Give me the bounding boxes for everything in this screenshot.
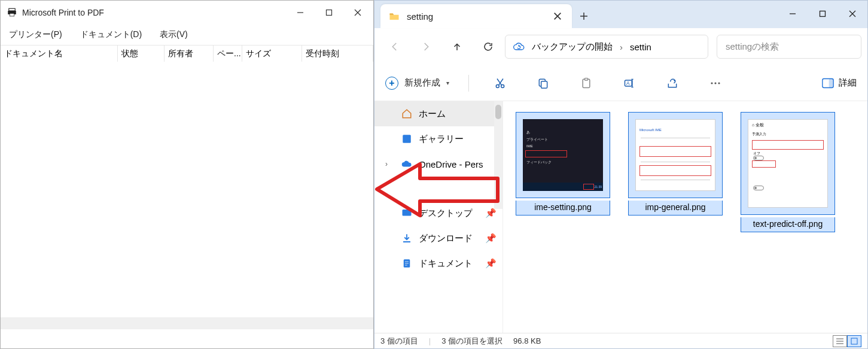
onedrive-icon [401,160,413,168]
menu-document[interactable]: ドキュメント(D) [77,28,145,41]
breadcrumb-chevron-icon[interactable]: › [620,42,623,52]
more-button[interactable] [703,71,727,95]
nav-up-button[interactable] [443,35,471,59]
status-item-count: 3 個の項目 [380,336,418,347]
svg-rect-28 [403,135,411,143]
nav-home[interactable]: ホーム [374,101,502,126]
scrollbar[interactable] [494,101,502,209]
search-input[interactable]: settingの検索 [717,35,861,59]
details-pane-button[interactable]: 詳細 [822,77,857,89]
nav-desktop[interactable]: デスクトップ 📌 [374,201,502,226]
menu-bar: プリンター(P) ドキュメント(D) 表示(V) [1,25,373,45]
explorer-tab[interactable]: setting [380,4,572,28]
nav-refresh-button[interactable] [474,35,502,59]
svg-rect-12 [820,11,826,17]
file-content-pane[interactable]: あ プライベート IME フィードバック 21:39 ime-setting.p… [503,101,867,333]
col-document-name[interactable]: ドキュメント名 [1,45,118,62]
search-placeholder: settingの検索 [726,41,779,53]
svg-rect-0 [9,8,16,11]
file-item[interactable]: ⌂ 全般 予測入力 オフ text-predict-off.png [740,112,836,232]
file-thumbnail: あ プライベート IME フィードバック 21:39 [523,119,603,191]
nav-onedrive[interactable]: › OneDrive - Pers [374,151,502,177]
minimize-button[interactable] [778,1,808,27]
rename-button[interactable]: A [617,71,641,95]
print-queue-list [1,62,373,313]
svg-point-24 [714,82,716,84]
minimize-button[interactable] [286,1,315,24]
breadcrumb-folder[interactable]: settin [630,42,651,52]
close-button[interactable] [837,1,867,27]
file-name: text-predict-off.png [741,217,835,232]
nav-documents-label: ドキュメント [419,258,473,269]
nav-desktop-label: デスクトップ [419,208,473,219]
navigation-pane: ホーム ギャラリー › OneDrive - Pers デスクトップ 📌 ダウン… [374,101,503,333]
nav-home-label: ホーム [419,108,446,120]
nav-downloads[interactable]: ダウンロード 📌 [374,226,502,251]
nav-forward-button[interactable] [412,35,440,59]
status-selected-count: 3 個の項目を選択 [441,336,502,347]
tab-close-icon[interactable] [553,11,562,21]
documents-icon [401,258,413,269]
window-title: Microsoft Print to PDF [22,8,104,17]
nav-onedrive-label: OneDrive - Pers [419,159,483,169]
svg-point-23 [711,82,712,84]
explorer-status-bar: 3 個の項目 | 3 個の項目を選択 96.8 KB [374,333,867,348]
col-submitted-time[interactable]: 受付時刻 [302,45,373,62]
new-label: 新規作成 [404,77,440,89]
menu-printer[interactable]: プリンター(P) [5,28,66,41]
titlebar[interactable]: Microsoft Print to PDF [1,1,373,25]
svg-rect-27 [829,78,834,87]
nav-gallery[interactable]: ギャラリー [374,126,502,151]
backup-start-label[interactable]: バックアップの開始 [532,41,613,53]
col-owner[interactable]: 所有者 [165,45,214,62]
file-name: imp-general.png [628,201,723,216]
col-status[interactable]: 状態 [118,45,165,62]
col-size[interactable]: サイズ [242,45,302,62]
file-name: ime-setting.png [516,201,610,216]
status-bar [1,317,373,348]
explorer-titlebar[interactable]: setting [374,1,867,28]
svg-rect-37 [851,338,857,344]
folder-icon [389,11,400,22]
pin-icon[interactable]: 📌 [485,233,497,244]
printer-icon [7,7,17,18]
desktop-icon [401,208,413,218]
view-toggle [833,335,861,347]
pin-icon[interactable]: 📌 [485,208,497,218]
plus-icon: + [385,77,398,90]
maximize-button[interactable] [315,1,343,24]
nav-back-button[interactable] [380,35,409,59]
pin-icon[interactable]: 📌 [485,258,497,269]
menu-view[interactable]: 表示(V) [156,28,191,41]
downloads-icon [401,233,413,244]
file-thumbnail: Microsoft IME [635,119,715,191]
view-details-button[interactable] [833,335,847,347]
address-bar[interactable]: バックアップの開始 › settin [505,35,708,59]
copy-button[interactable] [531,71,555,95]
file-item[interactable]: Microsoft IME imp-general.png [628,112,723,216]
nav-downloads-label: ダウンロード [419,233,473,244]
svg-rect-18 [541,81,547,88]
status-size: 96.8 KB [513,336,541,345]
svg-text:A: A [626,80,630,86]
nav-gallery-label: ギャラリー [419,133,464,145]
close-button[interactable] [343,1,372,24]
new-button[interactable]: + 新規作成 ▾ [385,77,449,90]
nav-documents[interactable]: ドキュメント 📌 [374,251,502,276]
paste-button[interactable] [574,71,598,95]
maximize-button[interactable] [808,1,837,27]
file-explorer-window: setting バックアップの開始 › settin settingの検索 + … [374,0,868,349]
file-item[interactable]: あ プライベート IME フィードバック 21:39 ime-setting.p… [515,112,611,216]
print-queue-window: Microsoft Print to PDF プリンター(P) ドキュメント(D… [0,0,374,349]
chevron-right-icon[interactable]: › [385,160,388,168]
view-thumbnails-button[interactable] [847,335,861,347]
cut-button[interactable] [488,71,512,95]
share-button[interactable] [660,71,684,95]
column-headers: ドキュメント名 状態 所有者 ペー... サイズ 受付時刻 [1,45,373,62]
svg-rect-29 [403,210,412,216]
col-pages[interactable]: ペー... [214,45,242,62]
new-tab-button[interactable] [572,4,596,28]
chevron-down-icon: ▾ [446,80,449,86]
tab-title: setting [407,11,553,22]
cloud-sync-icon [513,41,525,53]
